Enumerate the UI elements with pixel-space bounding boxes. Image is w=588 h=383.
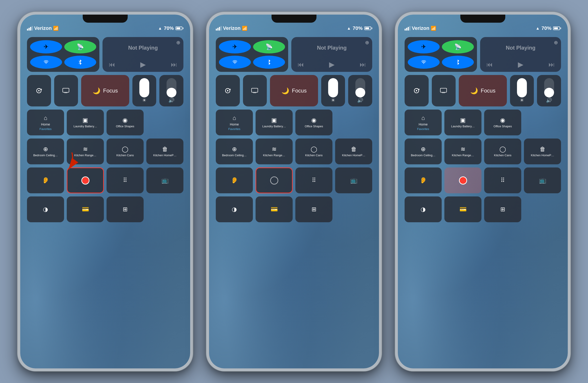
kitchen-homep-label: Kitchen HomeP… bbox=[153, 153, 176, 157]
not-playing-label-3: Not Playing bbox=[484, 45, 557, 51]
kitchen-cans-tile-2[interactable]: ◯ Kitchen Cans bbox=[295, 138, 333, 164]
bedroom-ceiling-tile[interactable]: ⊕ Bedroom Ceiling… bbox=[27, 138, 64, 164]
wallet-icon: 💳 bbox=[82, 206, 89, 213]
mute-switch-3 bbox=[395, 64, 396, 77]
brightness-slider[interactable]: ☀ bbox=[132, 75, 156, 106]
focus-button[interactable]: 🌙 Focus bbox=[81, 75, 129, 106]
wallet-button[interactable]: 💳 bbox=[67, 196, 104, 222]
kitchen-homep-tile-2[interactable]: 🗑 Kitchen HomeP… bbox=[335, 138, 372, 164]
kitchen-range-tile-2[interactable]: ≋ Kitchen Range… bbox=[255, 138, 293, 164]
accessibility-shortcut-button-2[interactable]: ◑ bbox=[216, 196, 253, 222]
wifi-button-3[interactable] bbox=[408, 56, 440, 69]
rotation-lock-button[interactable] bbox=[27, 75, 51, 106]
battery-icon-3 bbox=[553, 26, 561, 30]
rotation-lock-button-3[interactable] bbox=[405, 75, 429, 106]
wifi-calling-button[interactable]: 📡 bbox=[64, 40, 96, 54]
office-shapes-tile-1[interactable]: ◉ Office Shapes bbox=[106, 110, 144, 135]
brightness-icon: ☀ bbox=[142, 97, 147, 103]
hearing-button[interactable]: 👂 bbox=[27, 168, 64, 193]
keypad-button[interactable]: ⠿ bbox=[106, 168, 144, 193]
svg-rect-19 bbox=[440, 88, 447, 92]
add-control-button-2[interactable]: ⊞ bbox=[295, 196, 333, 222]
wallet-button-3[interactable]: 💳 bbox=[444, 196, 482, 222]
fast-forward-button-2[interactable]: ⏭ bbox=[360, 61, 366, 68]
office-shapes-tile-3[interactable]: ◉ Office Shapes bbox=[484, 110, 521, 135]
airplane-mode-button-3[interactable]: ✈ bbox=[408, 40, 440, 54]
bluetooth-button-3[interactable] bbox=[442, 56, 474, 69]
rewind-button-3[interactable]: ⏮ bbox=[486, 61, 493, 68]
svg-marker-11 bbox=[230, 88, 231, 90]
home-favorites-tile[interactable]: ⌂ Home Favorites bbox=[27, 110, 64, 135]
accessibility-shortcut-button-3[interactable]: ◑ bbox=[405, 196, 442, 222]
play-button-3[interactable]: ▶ bbox=[518, 60, 524, 69]
screen-record-button-3[interactable] bbox=[444, 168, 482, 193]
kitchen-range-tile[interactable]: ≋ Kitchen Range… bbox=[67, 138, 104, 164]
kitchen-homep-tile-3[interactable]: 🗑 Kitchen HomeP… bbox=[524, 138, 561, 164]
bedroom-ceiling-tile-2[interactable]: ⊕ Bedroom Ceiling… bbox=[216, 138, 253, 164]
office-shapes-tile-2[interactable]: ◉ Office Shapes bbox=[295, 110, 333, 135]
screen-mirror-button-3[interactable] bbox=[432, 75, 456, 106]
airplay-icon-2[interactable]: ⊕ bbox=[365, 40, 369, 46]
kitchen-cans-tile-3[interactable]: ◯ Kitchen Cans bbox=[484, 138, 521, 164]
add-control-button[interactable]: ⊞ bbox=[106, 196, 144, 222]
keypad-button-3[interactable]: ⠿ bbox=[484, 168, 521, 193]
hearing-button-2[interactable]: 👂 bbox=[216, 168, 253, 193]
play-button-2[interactable]: ▶ bbox=[329, 60, 335, 69]
home-favorites-tile-2[interactable]: ⌂ Home Favorites bbox=[216, 110, 253, 135]
kitchen-range-tile-3[interactable]: ≋ Kitchen Range… bbox=[444, 138, 482, 164]
kitchen-cans-label: Kitchen Cans bbox=[116, 153, 134, 157]
accessibility-shortcut-button[interactable]: ◑ bbox=[27, 196, 64, 222]
home-favorites-tile-3[interactable]: ⌂ Home Favorites bbox=[405, 110, 442, 135]
volume-slider-2[interactable]: 🔊 bbox=[348, 75, 372, 106]
play-button[interactable]: ▶ bbox=[140, 60, 146, 69]
svg-marker-4 bbox=[41, 88, 42, 90]
kitchen-cans-label-3: Kitchen Cans bbox=[494, 153, 511, 157]
airplay-icon[interactable]: ⊕ bbox=[176, 40, 180, 46]
screen-record-button-1[interactable] bbox=[67, 168, 104, 193]
bedroom-ceiling-tile-3[interactable]: ⊕ Bedroom Ceiling… bbox=[405, 138, 442, 164]
volume-slider-3[interactable]: 🔊 bbox=[537, 75, 561, 106]
focus-button-3[interactable]: 🌙 Focus bbox=[459, 75, 507, 106]
wifi-button[interactable] bbox=[30, 56, 62, 69]
laundry-label-2: Laundry Battery… bbox=[262, 125, 286, 128]
rewind-button-2[interactable]: ⏮ bbox=[298, 61, 304, 68]
volume-slider[interactable]: 🔊 bbox=[159, 75, 183, 106]
wifi-calling-button-3[interactable]: 📡 bbox=[442, 40, 474, 54]
add-control-button-3[interactable]: ⊞ bbox=[484, 196, 521, 222]
kitchen-cans-tile[interactable]: ◯ Kitchen Cans bbox=[106, 138, 144, 164]
screen-mirror-button-2[interactable] bbox=[243, 75, 267, 106]
fast-forward-button[interactable]: ⏭ bbox=[171, 61, 177, 68]
svg-point-5 bbox=[38, 90, 40, 91]
laundry-battery-tile-3[interactable]: ▣ Laundry Battery… bbox=[444, 110, 482, 135]
laundry-battery-tile-2[interactable]: ▣ Laundry Battery… bbox=[255, 110, 293, 135]
bluetooth-button-2[interactable] bbox=[253, 56, 285, 69]
wallet-button-2[interactable]: 💳 bbox=[255, 196, 293, 222]
laundry-battery-tile[interactable]: ▣ Laundry Battery… bbox=[67, 110, 104, 135]
brightness-slider-2[interactable]: ☀ bbox=[321, 75, 345, 106]
airplane-mode-button[interactable]: ✈ bbox=[30, 40, 62, 54]
now-playing-block-2: ⊕ Not Playing ⏮ ▶ ⏭ bbox=[291, 37, 372, 72]
office-shapes-icon-3: ◉ bbox=[500, 117, 505, 124]
screen-record-button-2[interactable] bbox=[255, 168, 293, 193]
carrier-label-3: Verizon bbox=[412, 25, 429, 31]
keypad-icon-2: ⠿ bbox=[312, 177, 316, 184]
remote-button-3[interactable]: 📺 bbox=[524, 168, 561, 193]
brightness-slider-3[interactable]: ☀ bbox=[510, 75, 534, 106]
remote-button[interactable]: 📺 bbox=[146, 168, 183, 193]
focus-button-2[interactable]: 🌙 Focus bbox=[270, 75, 318, 106]
airplane-mode-button-2[interactable]: ✈ bbox=[219, 40, 251, 54]
rotation-lock-button-2[interactable] bbox=[216, 75, 240, 106]
screen-mirror-button[interactable] bbox=[54, 75, 78, 106]
not-playing-label-2: Not Playing bbox=[295, 45, 368, 51]
keypad-button-2[interactable]: ⠿ bbox=[295, 168, 333, 193]
airplay-icon-3[interactable]: ⊕ bbox=[554, 40, 558, 46]
rewind-button[interactable]: ⏮ bbox=[109, 61, 115, 68]
wifi-calling-button-2[interactable]: 📡 bbox=[253, 40, 285, 54]
kitchen-homep-tile[interactable]: 🗑 Kitchen HomeP… bbox=[146, 138, 183, 164]
remote-button-2[interactable]: 📺 bbox=[335, 168, 372, 193]
bluetooth-button[interactable] bbox=[64, 56, 96, 69]
hearing-button-3[interactable]: 👂 bbox=[405, 168, 442, 193]
wifi-button-2[interactable] bbox=[219, 56, 251, 69]
bottom-row-4: ◑ 💳 ⊞ bbox=[216, 196, 372, 222]
fast-forward-button-3[interactable]: ⏭ bbox=[548, 61, 555, 68]
